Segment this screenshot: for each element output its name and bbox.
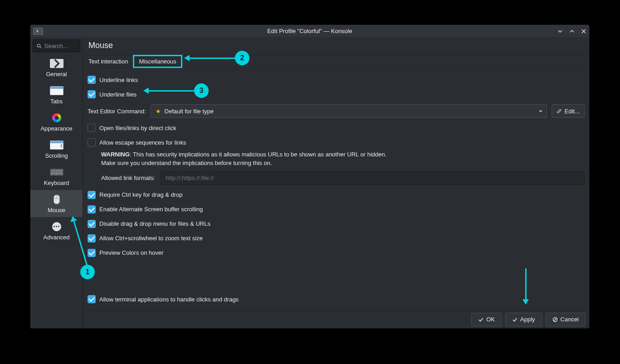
annotation-2: 2 xyxy=(235,51,249,65)
sidebar-item-label: General xyxy=(46,71,67,78)
label-underline-links: Underline links xyxy=(99,77,138,83)
minimize-icon[interactable] xyxy=(557,28,564,35)
svg-line-6 xyxy=(73,217,87,266)
prohibit-icon xyxy=(552,317,558,322)
tab-miscellaneous[interactable]: Miscellaneous xyxy=(133,55,181,68)
cancel-button[interactable]: Cancel xyxy=(546,313,586,326)
label-text-editor-command: Text Editor Command: xyxy=(88,108,146,115)
annotation-arrow-3-line xyxy=(149,90,194,92)
annotation-arrow-3-head xyxy=(143,87,149,94)
sidebar-item-label: Mouse xyxy=(48,207,65,214)
sidebar-item-label: Tabs xyxy=(50,98,63,105)
footer: OK Apply Cancel xyxy=(83,310,589,328)
label-preview-colors: Preview Colors on hover xyxy=(99,249,164,256)
check-icon xyxy=(478,317,483,322)
ok-button-label: OK xyxy=(486,316,495,323)
label-alt-screen-scrolling: Enable Alternate Screen buffer scrolling xyxy=(99,206,203,213)
window-icon xyxy=(50,85,63,96)
annotation-arrow-apply-line xyxy=(525,268,527,300)
warning-line1: : This has security implications as it a… xyxy=(130,151,386,158)
window-title: Edit Profile "Colorful" — Konsole xyxy=(30,28,589,34)
dialog-window: Edit Profile "Colorful" — Konsole Ge xyxy=(30,24,590,329)
keyboard-icon xyxy=(50,167,63,178)
svg-line-5 xyxy=(554,318,557,321)
label-require-ctrl-dnd: Require Ctrl key for drag & drop xyxy=(99,191,183,198)
ok-button[interactable]: OK xyxy=(471,313,502,326)
cancel-button-label: Cancel xyxy=(561,316,579,323)
svg-point-0 xyxy=(37,44,40,47)
annotation-arrow-2-line xyxy=(190,58,235,59)
checkbox-open-direct-click[interactable] xyxy=(88,124,96,132)
edit-button-label: Edit... xyxy=(565,108,580,115)
checkbox-require-ctrl-dnd[interactable] xyxy=(88,191,96,199)
sidebar-item-scrolling[interactable]: Scrolling xyxy=(30,136,83,163)
close-icon[interactable] xyxy=(580,28,587,35)
warning-line2: Make sure you understand the implication… xyxy=(101,160,272,166)
label-allow-escape-sequences: Allow escape sequences for links xyxy=(99,139,186,146)
chevron-down-icon xyxy=(538,109,543,113)
text-editor-combobox[interactable]: ★ Default for file type xyxy=(151,104,547,118)
apply-button[interactable]: Apply xyxy=(505,313,542,326)
svg-line-1 xyxy=(40,47,41,48)
titlebar: Edit Profile "Colorful" — Konsole xyxy=(30,25,589,37)
annotation-arrow-1 xyxy=(69,212,92,269)
terminal-icon xyxy=(33,28,43,35)
label-allow-terminal-handle-clicks: Allow terminal applications to handle cl… xyxy=(99,296,239,303)
label-open-direct-click: Open files/links by direct click xyxy=(99,125,176,131)
edit-button[interactable]: Edit... xyxy=(552,104,585,118)
sidebar-item-general[interactable]: General xyxy=(30,54,83,81)
label-disable-dnd-menu: Disable drag & drop menu for files & URL… xyxy=(99,220,210,227)
sidebar-item-label: Keyboard xyxy=(44,180,69,186)
sidebar-item-keyboard[interactable]: Keyboard xyxy=(30,163,83,190)
check-icon xyxy=(512,317,517,322)
annotation-arrow-apply-head xyxy=(522,299,529,305)
mouse-icon xyxy=(50,194,63,205)
checkbox-allow-terminal-handle-clicks[interactable] xyxy=(88,295,96,303)
chevron-right-icon xyxy=(50,58,63,69)
search-input[interactable] xyxy=(44,43,76,49)
maximize-icon[interactable] xyxy=(568,28,576,35)
sidebar-item-label: Scrolling xyxy=(45,152,68,159)
main: Mouse Text interaction Miscellaneous Und… xyxy=(83,37,589,328)
checkbox-underline-links[interactable] xyxy=(88,76,96,84)
combobox-value: Default for file type xyxy=(165,108,214,115)
pencil-icon xyxy=(557,108,562,114)
label-underline-files: Underline files xyxy=(99,91,137,98)
warning-text: WARNING: This has security implications … xyxy=(88,150,585,170)
annotation-1: 1 xyxy=(80,265,95,279)
sidebar-item-label: Appearance xyxy=(40,125,72,132)
ellipsis-icon xyxy=(50,221,63,232)
color-wheel-icon xyxy=(50,112,63,123)
star-icon: ★ xyxy=(156,108,161,115)
sidebar-item-label: Advanced xyxy=(44,234,70,241)
label-allowed-link-formats: Allowed link formats: xyxy=(101,175,155,181)
scroll-window-icon xyxy=(50,140,63,150)
label-ctrl-scroll-zoom: Allow Ctrl+scrollwheel to zoom text size xyxy=(99,235,203,242)
search-input-wrap[interactable] xyxy=(33,39,80,52)
page-title: Mouse xyxy=(83,37,589,55)
sidebar: General Tabs Appearance xyxy=(30,37,83,328)
allowed-link-formats-input[interactable] xyxy=(161,171,585,185)
annotation-3: 3 xyxy=(194,83,209,98)
tab-text-interaction[interactable]: Text interaction xyxy=(83,55,133,68)
apply-button-label: Apply xyxy=(520,316,535,323)
checkbox-underline-files[interactable] xyxy=(88,90,96,98)
tabs: Text interaction Miscellaneous xyxy=(83,55,589,68)
warning-prefix: WARNING xyxy=(101,151,130,158)
search-icon xyxy=(37,43,42,49)
sidebar-item-tabs[interactable]: Tabs xyxy=(30,81,83,108)
checkbox-allow-escape-sequences[interactable] xyxy=(88,138,96,146)
annotation-arrow-2-head xyxy=(184,55,190,61)
sidebar-item-appearance[interactable]: Appearance xyxy=(30,108,83,136)
